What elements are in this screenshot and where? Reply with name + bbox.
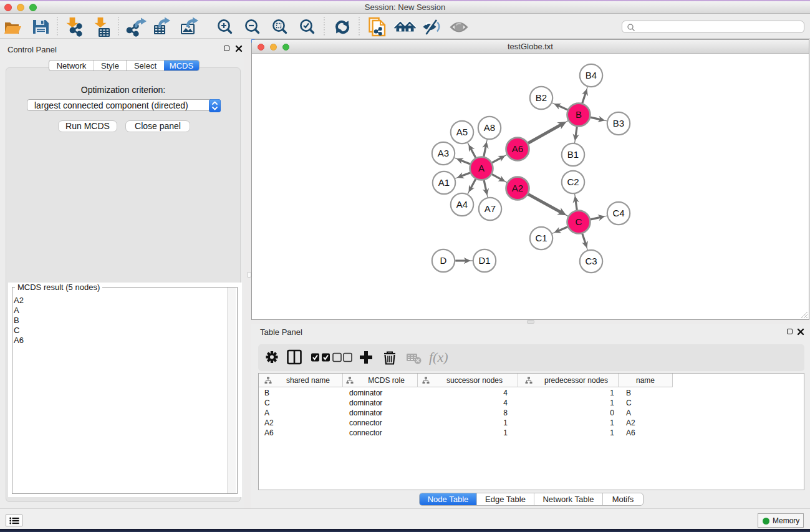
svg-text:C3: C3 [585,256,597,266]
svg-text:C4: C4 [612,208,624,218]
svg-text:A7: A7 [485,203,496,214]
svg-text:A2: A2 [512,183,523,193]
svg-text:A8: A8 [484,122,495,133]
svg-text:B4: B4 [586,70,597,80]
svg-text:A3: A3 [438,148,449,158]
svg-text:A6: A6 [512,143,523,154]
svg-text:A4: A4 [456,199,468,210]
svg-text:B2: B2 [536,92,547,103]
svg-text:B1: B1 [567,149,579,160]
svg-text:A1: A1 [438,177,450,188]
svg-text:f(x): f(x) [429,349,448,365]
svg-text:A5: A5 [456,127,468,137]
svg-text:C: C [576,216,582,227]
svg-text:D1: D1 [478,255,490,266]
svg-text:C1: C1 [535,233,547,243]
svg-text:C2: C2 [567,177,579,187]
svg-text:B: B [576,109,582,120]
svg-text:A: A [478,163,485,173]
svg-text:B3: B3 [613,118,624,128]
svg-text:D: D [440,255,447,266]
